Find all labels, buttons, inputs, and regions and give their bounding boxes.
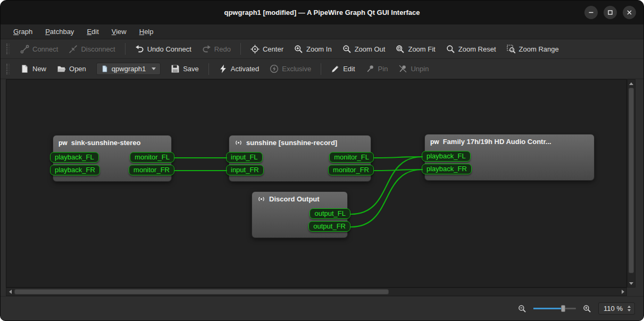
spin-arrows bbox=[626, 305, 632, 312]
node-sunshine-record[interactable]: sunshine [sunshine-record] input_FL moni… bbox=[229, 135, 371, 182]
new-label: New bbox=[32, 65, 46, 73]
toolbar-separator bbox=[321, 63, 321, 75]
port-row: output_FR bbox=[249, 221, 350, 232]
zoom-fit-label: Zoom Fit bbox=[408, 45, 435, 53]
zoom-spinbox[interactable]: 110 % bbox=[598, 302, 635, 315]
zoom-slider-fill bbox=[533, 308, 563, 309]
menubar: Graph Patchbay Edit View Help bbox=[1, 24, 643, 39]
zoom-range-button[interactable]: Zoom Range bbox=[502, 42, 564, 56]
redo-label: Redo bbox=[214, 45, 231, 53]
port-list: playback_FL monitor_FL playback_FR monit… bbox=[53, 148, 171, 181]
save-button[interactable]: Save bbox=[166, 62, 204, 76]
pushpin-crossed-icon bbox=[398, 64, 407, 73]
horizontal-scroll-thumb[interactable] bbox=[14, 289, 389, 294]
node-title: Family 17h/19h HD Audio Contr... bbox=[443, 138, 551, 146]
port-row: playback_FR bbox=[422, 164, 597, 174]
edit-button[interactable]: Edit bbox=[326, 62, 359, 76]
spin-up-button[interactable] bbox=[628, 306, 631, 308]
menu-view[interactable]: View bbox=[106, 26, 132, 38]
pencil-icon bbox=[331, 64, 340, 73]
activated-button[interactable]: Activated bbox=[214, 62, 264, 76]
port-playback-fl[interactable]: playback_FL bbox=[422, 151, 471, 162]
exclusive-button: Exclusive bbox=[265, 62, 316, 76]
port-monitor-fl[interactable]: monitor_FL bbox=[130, 152, 174, 163]
menu-patchbay[interactable]: Patchbay bbox=[40, 26, 79, 38]
vertical-scrollbar[interactable] bbox=[627, 79, 635, 288]
toolbar-drag-handle[interactable] bbox=[6, 64, 10, 74]
zoom-out-icon bbox=[342, 45, 352, 54]
save-label: Save bbox=[183, 65, 199, 73]
edit-label: Edit bbox=[343, 65, 355, 73]
port-playback-fr[interactable]: playback_FR bbox=[422, 164, 472, 174]
port-monitor-fr[interactable]: monitor_FR bbox=[328, 165, 374, 175]
vertical-scroll-thumb[interactable] bbox=[629, 88, 634, 273]
vertical-scroll-track[interactable] bbox=[628, 87, 635, 280]
open-folder-icon bbox=[57, 64, 66, 73]
zoom-range-icon bbox=[507, 45, 516, 54]
toolbar-separator bbox=[208, 63, 209, 75]
menu-edit[interactable]: Edit bbox=[81, 26, 104, 38]
zoom-out-button[interactable]: Zoom Out bbox=[338, 42, 390, 56]
zoom-slider-handle[interactable] bbox=[561, 305, 565, 312]
node-title: sunshine [sunshine-record] bbox=[246, 139, 337, 147]
graph-toolbar: Connect Disconnect Undo Connect Re bbox=[1, 39, 643, 59]
pipewire-icon: pw bbox=[58, 139, 68, 147]
port-playback-fr[interactable]: playback_FR bbox=[50, 165, 100, 175]
scroll-down-arrow[interactable] bbox=[628, 280, 635, 287]
toolbar-drag-handle[interactable] bbox=[6, 44, 10, 54]
node-title: Discord Output bbox=[269, 195, 320, 203]
minimize-button[interactable] bbox=[584, 6, 598, 19]
maximize-button[interactable] bbox=[604, 6, 617, 19]
zoom-reset-button[interactable]: Zoom Reset bbox=[441, 42, 501, 56]
port-playback-fl[interactable]: playback_FL bbox=[50, 152, 99, 163]
zoom-in-button[interactable]: Zoom In bbox=[289, 42, 337, 56]
new-button[interactable]: New bbox=[15, 62, 51, 76]
port-row: input_FL monitor_FL bbox=[226, 152, 374, 163]
port-monitor-fr[interactable]: monitor_FR bbox=[129, 165, 174, 175]
statusbar: 110 % bbox=[1, 296, 643, 320]
redo-icon bbox=[202, 45, 211, 54]
menu-help[interactable]: Help bbox=[134, 26, 159, 38]
circled-lightning-icon bbox=[270, 64, 279, 73]
audio-app-icon bbox=[257, 195, 265, 203]
zoom-value: 110 % bbox=[604, 305, 623, 312]
node-sink-sunshine-stereo[interactable]: pw sink-sunshine-stereo playback_FL moni… bbox=[53, 135, 172, 182]
zoom-reset-icon bbox=[446, 45, 455, 54]
port-output-fr[interactable]: output_FR bbox=[308, 221, 350, 232]
zoom-fit-button[interactable]: Zoom Fit bbox=[391, 42, 440, 56]
close-button[interactable] bbox=[623, 6, 636, 19]
horizontal-scrollbar[interactable] bbox=[6, 288, 627, 296]
node-discord-output[interactable]: Discord Output output_FL output_FR bbox=[252, 191, 348, 238]
scroll-up-arrow[interactable] bbox=[628, 80, 635, 87]
node-family-hd-audio[interactable]: pw Family 17h/19h HD Audio Contr... play… bbox=[424, 134, 595, 181]
menu-graph[interactable]: Graph bbox=[8, 26, 38, 38]
node-header: pw sink-sunshine-stereo bbox=[53, 136, 171, 148]
spin-down-button[interactable] bbox=[628, 309, 631, 311]
zoom-range-label: Zoom Range bbox=[519, 45, 559, 53]
disconnect-button: Disconnect bbox=[64, 42, 120, 56]
zoom-out-icon[interactable] bbox=[518, 305, 526, 313]
scroll-left-arrow[interactable] bbox=[6, 288, 14, 295]
zoom-in-icon[interactable] bbox=[583, 305, 591, 313]
port-row: playback_FL monitor_FL bbox=[50, 152, 174, 163]
unpin-label: Unpin bbox=[411, 65, 429, 73]
app-window: qpwgraph1 [modified] — A PipeWire Graph … bbox=[0, 0, 644, 321]
patchbay-profile-combo[interactable]: qpwgraph1 bbox=[96, 63, 161, 75]
zoom-slider[interactable] bbox=[533, 305, 576, 312]
open-button[interactable]: Open bbox=[52, 62, 91, 76]
port-output-fl[interactable]: output_FL bbox=[310, 208, 350, 219]
center-button[interactable]: Center bbox=[246, 42, 288, 56]
lightning-icon bbox=[219, 64, 228, 73]
port-input-fl[interactable]: input_FL bbox=[226, 152, 263, 163]
port-monitor-fl[interactable]: monitor_FL bbox=[329, 152, 374, 163]
horizontal-scroll-track[interactable] bbox=[14, 288, 619, 295]
graph-canvas[interactable]: pw sink-sunshine-stereo playback_FL moni… bbox=[6, 79, 627, 288]
node-header: sunshine [sunshine-record] bbox=[229, 136, 371, 148]
scroll-right-arrow[interactable] bbox=[619, 288, 626, 295]
pin-label: Pin bbox=[378, 65, 388, 73]
pushpin-icon bbox=[366, 64, 375, 73]
port-input-fr[interactable]: input_FR bbox=[226, 165, 264, 175]
pipewire-icon: pw bbox=[430, 138, 439, 146]
undo-connect-button[interactable]: Undo Connect bbox=[130, 42, 196, 56]
port-row: input_FR monitor_FR bbox=[226, 165, 374, 175]
